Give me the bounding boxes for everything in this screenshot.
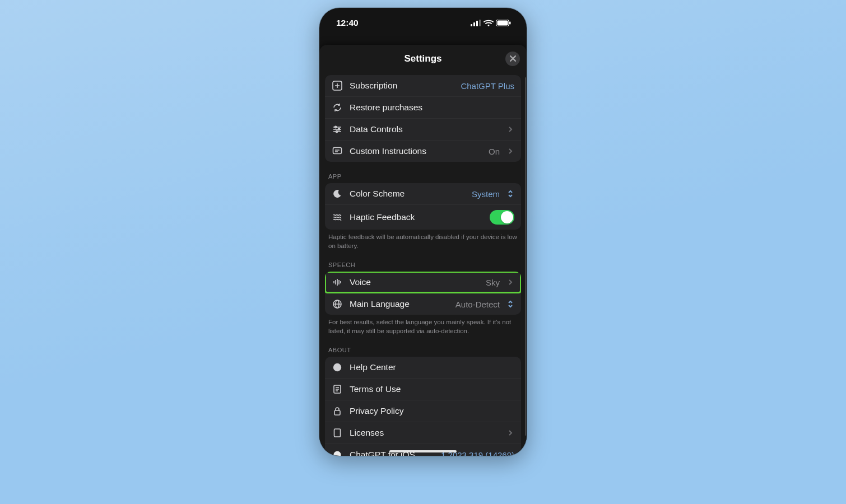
speech-footnote: For best results, select the language yo… — [325, 315, 521, 335]
svg-rect-2 — [476, 21, 478, 26]
section-label-about: ABOUT — [325, 335, 521, 357]
dot-icon — [332, 449, 343, 456]
chevron-right-icon — [506, 126, 514, 133]
sync-icon — [332, 102, 343, 113]
plus-square-icon — [332, 80, 343, 91]
chevron-updown-icon — [506, 300, 514, 308]
row-label: Restore purchases — [350, 102, 514, 113]
waves-icon — [332, 212, 343, 223]
phone-frame: 12:40 Settings Subscr — [319, 8, 527, 456]
row-main-language[interactable]: Main Language Auto-Detect — [325, 293, 521, 315]
haptic-footnote: Haptic feedback will be automatically di… — [325, 230, 521, 250]
row-label: Custom Instructions — [350, 146, 482, 156]
row-restore-purchases[interactable]: Restore purchases — [325, 96, 521, 118]
svg-rect-36 — [334, 410, 340, 415]
haptic-toggle[interactable] — [490, 210, 514, 225]
row-label: Voice — [350, 277, 479, 287]
waveform-icon — [332, 277, 343, 288]
row-licenses[interactable]: Licenses — [325, 422, 521, 444]
svg-point-38 — [334, 451, 341, 456]
settings-scroll[interactable]: Subscription ChatGPT Plus Restore purcha… — [319, 73, 527, 456]
chat-icon — [332, 146, 343, 157]
row-value: On — [489, 147, 500, 156]
document-icon — [332, 384, 343, 395]
row-label: Haptic Feedback — [350, 212, 483, 222]
chevron-right-icon — [506, 148, 514, 155]
svg-rect-7 — [509, 22, 511, 25]
close-button[interactable] — [505, 52, 520, 66]
chevron-right-icon — [506, 430, 514, 436]
row-haptic-feedback[interactable]: Haptic Feedback — [325, 204, 521, 230]
row-label: Main Language — [350, 299, 449, 309]
help-icon: ? — [332, 362, 343, 373]
row-label: Subscription — [350, 81, 454, 91]
row-value: System — [472, 189, 500, 199]
section-label-app: APP — [325, 162, 521, 183]
battery-icon — [496, 20, 511, 26]
svg-rect-0 — [471, 24, 472, 26]
row-privacy-policy[interactable]: Privacy Policy — [325, 400, 521, 422]
svg-rect-37 — [334, 429, 341, 437]
row-label: Privacy Policy — [350, 406, 514, 416]
sliders-icon — [332, 124, 343, 135]
svg-rect-3 — [479, 20, 481, 26]
account-group: Subscription ChatGPT Plus Restore purcha… — [325, 75, 521, 162]
row-label: Terms of Use — [350, 384, 514, 394]
lock-icon — [332, 405, 343, 417]
scroll-indicator — [525, 77, 527, 436]
svg-point-4 — [488, 25, 490, 26]
page-icon — [332, 427, 343, 438]
row-label: Licenses — [350, 428, 500, 438]
row-label: Help Center — [350, 362, 514, 372]
home-indicator[interactable] — [389, 450, 457, 452]
chevron-updown-icon — [506, 190, 514, 198]
wifi-icon — [484, 20, 494, 27]
svg-rect-1 — [473, 22, 475, 26]
globe-icon — [332, 298, 343, 310]
status-bar: 12:40 — [319, 8, 527, 38]
section-label-speech: SPEECH — [325, 250, 521, 272]
row-data-controls[interactable]: Data Controls — [325, 118, 521, 140]
row-color-scheme[interactable]: Color Scheme System — [325, 183, 521, 204]
app-group: Color Scheme System Haptic Feedback — [325, 183, 521, 230]
svg-text:?: ? — [336, 365, 339, 371]
row-help-center[interactable]: ? Help Center — [325, 357, 521, 378]
row-voice[interactable]: Voice Sky — [325, 272, 521, 293]
page-title: Settings — [404, 53, 441, 64]
row-value: Auto-Detect — [455, 300, 500, 309]
chevron-right-icon — [506, 279, 514, 286]
row-value: Sky — [486, 278, 500, 287]
about-group: ? Help Center Terms of Use Privacy Polic… — [325, 357, 521, 456]
close-icon — [510, 53, 516, 64]
row-label: Data Controls — [350, 124, 500, 134]
status-indicators — [471, 20, 511, 27]
row-label: Color Scheme — [350, 189, 465, 199]
settings-sheet: Settings Subscription ChatGPT Plus Resto… — [319, 45, 527, 456]
svg-rect-6 — [498, 21, 508, 26]
row-subscription[interactable]: Subscription ChatGPT Plus — [325, 75, 521, 96]
signal-icon — [471, 20, 481, 26]
moon-icon — [332, 188, 343, 199]
row-custom-instructions[interactable]: Custom Instructions On — [325, 140, 521, 162]
row-value: ChatGPT Plus — [461, 81, 514, 91]
speech-group: Voice Sky Main Language Auto-Detect — [325, 272, 521, 315]
status-time: 12:40 — [336, 18, 359, 28]
row-terms-of-use[interactable]: Terms of Use — [325, 378, 521, 400]
sheet-header: Settings — [319, 45, 527, 73]
svg-rect-19 — [333, 148, 342, 154]
